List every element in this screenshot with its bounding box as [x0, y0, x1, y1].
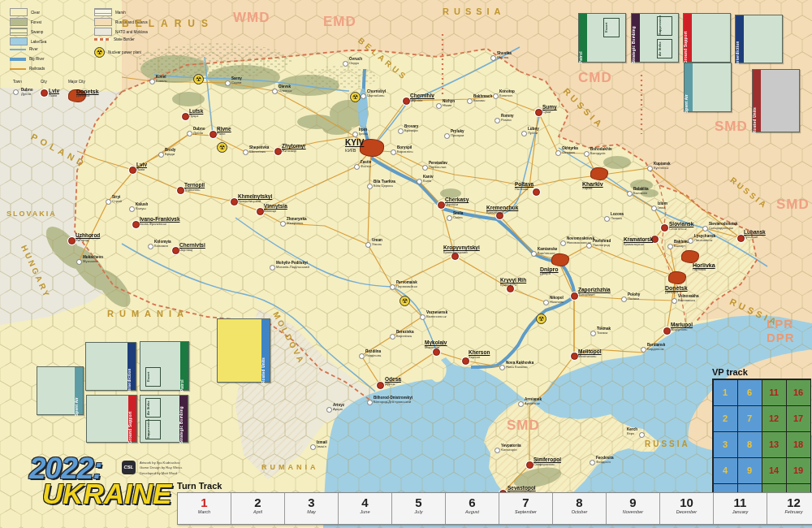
inner-box-suppression[interactable]: Suppression: [145, 420, 161, 439]
box-strategic-bombing[interactable]: Strategic BombingSuppressionAir Strike: [631, 13, 679, 63]
city-marker-rivne[interactable]: [209, 131, 217, 138]
town-marker-berezivka[interactable]: [390, 334, 395, 340]
town-marker-bila tserkva[interactable]: [367, 184, 373, 189]
city-marker-lutsk[interactable]: [182, 113, 189, 120]
box-spent-air[interactable]: Spent Air: [37, 366, 84, 415]
town-marker-smila[interactable]: [447, 215, 452, 221]
vp-cell-7[interactable]: 7: [737, 405, 762, 432]
city-marker-ternopil[interactable]: [177, 187, 184, 194]
town-marker-bakhmut[interactable]: [667, 244, 673, 249]
town-marker-mukachevo[interactable]: [76, 259, 82, 265]
turn-cell-10[interactable]: 10December: [660, 493, 714, 524]
vp-cell-16[interactable]: 16: [786, 379, 811, 406]
town-marker-voznesensk[interactable]: [420, 314, 425, 320]
city-marker-chernihiv[interactable]: [403, 97, 410, 105]
town-marker-konotop[interactable]: [493, 93, 499, 99]
turn-cell-8[interactable]: 8October: [553, 493, 607, 524]
city-marker-vinnytsia[interactable]: [257, 208, 264, 215]
inner-box-air-strike[interactable]: Air Strike: [145, 398, 161, 418]
vp-cell-1[interactable]: 1: [713, 379, 738, 406]
town-marker-lozova[interactable]: [604, 216, 610, 222]
vp-cell-11[interactable]: 11: [762, 379, 787, 406]
vp-cell-17[interactable]: 17: [786, 405, 811, 432]
box-routed-units[interactable]: Routed Units: [217, 318, 270, 383]
town-marker-kamianske[interactable]: [531, 251, 537, 257]
city-marker-zhytomyr[interactable]: [274, 148, 282, 155]
city-marker-mariupol[interactable]: [663, 327, 671, 335]
box-patrol[interactable]: PatrolEscort: [578, 13, 626, 63]
box-interdiction[interactable]: Interdiction: [735, 15, 783, 63]
town-marker-olevsk[interactable]: [272, 89, 278, 94]
vp-cell-13[interactable]: 13: [762, 431, 787, 458]
vp-cell-2[interactable]: 2: [713, 405, 738, 432]
town-marker-novomoskovsk[interactable]: [560, 240, 566, 246]
inner-box-escort[interactable]: Escort: [603, 18, 620, 37]
vp-cell-9[interactable]: 9: [737, 457, 762, 484]
inner-box-air-strike[interactable]: Air Strike: [657, 39, 672, 58]
turn-cell-1[interactable]: 1March: [178, 493, 231, 524]
turn-cell-9[interactable]: 9November: [607, 493, 660, 524]
town-marker-brovary[interactable]: [398, 128, 404, 134]
city-marker-odesa[interactable]: [377, 382, 384, 389]
city-marker-chernivtsi[interactable]: [172, 247, 179, 254]
city-marker-zaporizhzhia[interactable]: [571, 292, 578, 300]
box-spent-air[interactable]: Spent Air: [684, 63, 732, 112]
city-marker-horlivka[interactable]: [681, 250, 699, 263]
vp-cell-6[interactable]: 6: [737, 379, 762, 406]
town-marker-chornobyl[interactable]: [361, 93, 366, 99]
vp-cell-14[interactable]: 14: [762, 457, 787, 484]
city-marker-sumy[interactable]: [535, 109, 542, 116]
vp-cell-12[interactable]: 12: [762, 405, 787, 432]
city-marker-uzhhorod[interactable]: [68, 237, 76, 245]
town-marker-ovruch[interactable]: [343, 61, 348, 67]
vp-cell-19[interactable]: 19: [786, 457, 811, 484]
city-marker-melitopol[interactable]: [571, 353, 578, 360]
town-marker-brody[interactable]: [158, 152, 164, 158]
turn-cell-4[interactable]: 4June: [339, 493, 392, 524]
vp-cell-4[interactable]: 4: [713, 457, 738, 484]
town-marker-sievierodonetsk[interactable]: [702, 226, 708, 232]
town-marker-bohodukhiv[interactable]: [584, 151, 590, 157]
town-marker-irpin[interactable]: [352, 132, 358, 137]
town-marker-okhtyrka[interactable]: [555, 150, 561, 156]
turn-cell-3[interactable]: 3May: [285, 493, 339, 524]
town-marker-nizhyn[interactable]: [436, 103, 442, 109]
town-marker-pryluky[interactable]: [444, 133, 450, 139]
town-marker-izmail[interactable]: [310, 444, 316, 450]
vp-cell-8[interactable]: 8: [737, 431, 762, 458]
town-marker-kolomyia[interactable]: [148, 244, 153, 249]
box-ground-support[interactable]: Ground Support: [86, 395, 137, 443]
town-marker-nikopol[interactable]: [543, 300, 549, 305]
town-marker-dubno[interactable]: [187, 131, 192, 136]
turn-cell-2[interactable]: 2April: [231, 493, 285, 524]
inner-box-escort[interactable]: Escort: [145, 367, 161, 387]
box-interdiction[interactable]: Interdiction: [85, 342, 136, 391]
town-marker-volnovakha[interactable]: [672, 298, 677, 304]
town-marker-zhmerynka[interactable]: [280, 221, 286, 227]
town-marker-armiansk[interactable]: [518, 401, 524, 407]
town-marker-fastiv[interactable]: [354, 164, 360, 170]
city-marker-kharkiv[interactable]: [590, 167, 608, 180]
town-marker-romny[interactable]: [495, 118, 500, 123]
town-marker-balakliia[interactable]: [627, 191, 633, 197]
turn-cell-12[interactable]: 12February: [767, 493, 812, 524]
town-marker-pervomaisk[interactable]: [390, 284, 395, 290]
town-marker-shepetivka[interactable]: [243, 149, 248, 155]
town-marker-sarny[interactable]: [225, 80, 231, 86]
town-marker-feodosiia[interactable]: [590, 460, 595, 465]
city-marker-ivano-frankivsk[interactable]: [132, 221, 140, 228]
city-marker-donetsk[interactable]: [668, 271, 686, 284]
town-marker-berdiansk[interactable]: [641, 347, 646, 353]
town-marker-rozdilna[interactable]: [359, 353, 365, 359]
city-marker-khmelnytskyi[interactable]: [231, 198, 238, 206]
town-marker-bakhmach[interactable]: [467, 98, 473, 104]
turn-cell-5[interactable]: 5July: [392, 493, 446, 524]
city-marker-cherkasy[interactable]: [438, 201, 445, 209]
town-marker-kaniv[interactable]: [417, 179, 422, 184]
city-marker-simferopol[interactable]: [526, 461, 533, 469]
town-marker-bilhorod-dnistrovskyi[interactable]: [367, 400, 373, 405]
vp-cell-18[interactable]: 18: [786, 431, 811, 458]
vp-cell-3[interactable]: 3: [713, 431, 738, 458]
turn-cell-11[interactable]: 11January: [714, 493, 767, 524]
town-marker-shostka[interactable]: [490, 55, 496, 61]
